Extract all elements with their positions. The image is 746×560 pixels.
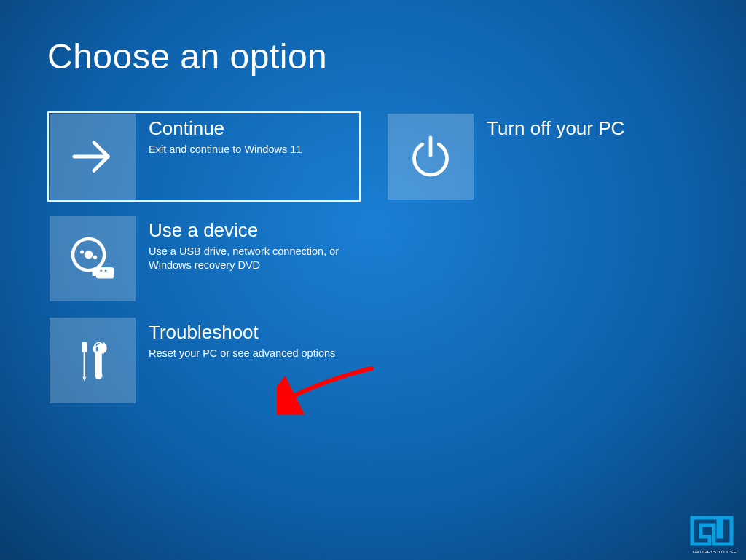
options-grid: Continue Exit and continue to Windows 11… bbox=[47, 111, 699, 406]
option-continue-title: Continue bbox=[149, 118, 358, 139]
arrow-right-icon bbox=[50, 114, 136, 200]
svg-text:GADGETS TO USE: GADGETS TO USE bbox=[693, 550, 737, 554]
svg-rect-11 bbox=[84, 352, 85, 377]
svg-point-14 bbox=[95, 372, 103, 379]
option-continue[interactable]: Continue Exit and continue to Windows 11 bbox=[47, 111, 361, 202]
svg-point-3 bbox=[85, 251, 93, 259]
option-troubleshoot[interactable]: Troubleshoot Reset your PC or see advanc… bbox=[47, 315, 379, 406]
svg-rect-10 bbox=[82, 342, 87, 352]
page-title: Choose an option bbox=[47, 36, 699, 76]
option-use-device[interactable]: Use a device Use a USB drive, network co… bbox=[47, 213, 379, 304]
option-continue-desc: Exit and continue to Windows 11 bbox=[149, 143, 358, 157]
svg-point-5 bbox=[93, 256, 97, 259]
svg-rect-9 bbox=[104, 269, 107, 272]
svg-rect-6 bbox=[96, 268, 113, 278]
option-turnoff[interactable]: Turn off your PC bbox=[385, 111, 699, 202]
svg-rect-13 bbox=[97, 353, 101, 373]
svg-rect-8 bbox=[100, 269, 103, 272]
watermark-logo: GADGETS TO USE bbox=[689, 515, 740, 556]
option-use-device-desc: Use a USB drive, network connection, or … bbox=[149, 245, 360, 273]
tools-icon bbox=[50, 318, 136, 403]
disc-usb-icon bbox=[50, 216, 136, 301]
option-use-device-title: Use a device bbox=[149, 220, 377, 241]
svg-rect-7 bbox=[93, 270, 98, 275]
option-troubleshoot-desc: Reset your PC or see advanced options bbox=[149, 347, 360, 361]
svg-marker-12 bbox=[82, 376, 86, 381]
option-troubleshoot-title: Troubleshoot bbox=[149, 322, 377, 343]
option-turnoff-title: Turn off your PC bbox=[487, 118, 696, 139]
svg-point-4 bbox=[80, 251, 84, 254]
power-icon bbox=[388, 114, 474, 200]
